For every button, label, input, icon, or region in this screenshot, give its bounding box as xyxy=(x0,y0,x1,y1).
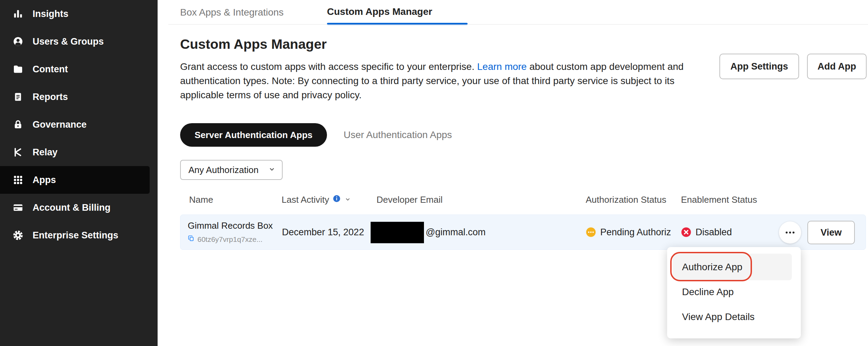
learn-more-link[interactable]: Learn more xyxy=(477,61,526,72)
report-document-icon xyxy=(12,91,24,102)
sidebar-item-relay[interactable]: Relay xyxy=(0,138,158,166)
view-button[interactable]: View xyxy=(807,221,855,244)
tab-custom-apps-manager[interactable]: Custom Apps Manager xyxy=(327,6,432,17)
table-row[interactable]: Gimmal Records Box 60tz6y7vrp1q7xze... D… xyxy=(180,215,866,250)
sidebar-item-account-billing[interactable]: Account & Billing xyxy=(0,194,158,221)
sort-chevron-down-icon[interactable] xyxy=(344,194,351,205)
info-icon[interactable] xyxy=(333,194,341,205)
sidebar-item-label: Account & Billing xyxy=(33,202,110,213)
sidebar-item-reports[interactable]: Reports xyxy=(0,83,158,111)
sidebar-item-content[interactable]: Content xyxy=(0,55,158,83)
enablement-status-text: Disabled xyxy=(696,227,732,238)
sidebar-item-governance[interactable]: Governance xyxy=(0,111,158,138)
filter-selected-value: Any Authorization xyxy=(188,165,258,175)
app-name: Gimmal Records Box xyxy=(188,220,273,231)
enablement-status-cell: Disabled xyxy=(681,215,732,249)
page-description: Grant access to custom apps with access … xyxy=(180,60,688,102)
sidebar-item-label: Governance xyxy=(33,119,87,130)
active-tab-indicator xyxy=(327,23,468,25)
page-title: Custom Apps Manager xyxy=(180,37,327,52)
menu-item-view-app-details[interactable]: View App Details xyxy=(682,311,755,322)
sidebar-item-label: Content xyxy=(33,64,68,75)
sidebar-item-label: Apps xyxy=(33,175,56,185)
workflow-branch-icon xyxy=(12,147,24,158)
more-options-button[interactable] xyxy=(779,221,801,244)
ellipsis-icon xyxy=(784,227,796,238)
row-actions-menu: Authorize App Decline App View App Detai… xyxy=(667,247,801,338)
sidebar-item-enterprise-settings[interactable]: Enterprise Settings xyxy=(0,221,158,249)
lock-icon xyxy=(12,119,24,130)
last-activity-cell: December 15, 2022 xyxy=(282,215,364,249)
folder-icon xyxy=(12,64,24,75)
email-suffix: @gimmal.com xyxy=(426,215,486,249)
server-auth-apps-toggle[interactable]: Server Authentication Apps xyxy=(180,123,327,147)
chevron-down-icon xyxy=(268,165,276,175)
gear-icon xyxy=(12,230,24,241)
sidebar-item-apps[interactable]: Apps xyxy=(0,166,150,194)
sidebar-item-label: Relay xyxy=(33,147,57,158)
column-header-enablement-status: Enablement Status xyxy=(681,194,757,205)
description-text: Grant access to custom apps with access … xyxy=(180,61,477,72)
sidebar-item-label: Reports xyxy=(33,92,68,102)
app-id-text: 60tz6y7vrp1q7xze... xyxy=(197,235,263,244)
menu-item-authorize-app[interactable]: Authorize App xyxy=(673,254,792,280)
column-header-authorization-status: Authorization Status xyxy=(586,194,666,205)
column-header-name: Name xyxy=(189,194,213,205)
pending-status-icon xyxy=(586,227,596,237)
bar-chart-icon xyxy=(12,8,24,19)
column-header-developer-email: Developer Email xyxy=(377,194,443,205)
sidebar-item-label: Users & Groups xyxy=(33,36,104,47)
copy-icon[interactable] xyxy=(188,235,195,244)
add-app-button[interactable]: Add App xyxy=(807,54,867,79)
tab-box-apps-integrations[interactable]: Box Apps & Integrations xyxy=(180,7,284,18)
user-auth-apps-toggle[interactable]: User Authentication Apps xyxy=(344,123,452,147)
authorization-filter-dropdown[interactable]: Any Authorization xyxy=(180,160,283,180)
redacted-email-block xyxy=(371,222,424,243)
tabs-divider xyxy=(168,24,868,25)
sidebar-item-label: Insights xyxy=(33,9,69,19)
app-settings-button[interactable]: App Settings xyxy=(719,54,799,79)
credit-card-icon xyxy=(12,202,24,213)
sidebar-item-insights[interactable]: Insights xyxy=(0,0,158,28)
app-id-line: 60tz6y7vrp1q7xze... xyxy=(188,235,263,244)
authorization-status-text: Pending Authoriz xyxy=(600,227,671,238)
menu-item-decline-app[interactable]: Decline App xyxy=(682,286,734,298)
column-header-label: Last Activity xyxy=(282,194,329,205)
sidebar: Insights Users & Groups Content Reports xyxy=(0,0,158,346)
person-icon xyxy=(12,36,24,47)
disabled-status-icon xyxy=(681,227,691,237)
sidebar-item-users-groups[interactable]: Users & Groups xyxy=(0,28,158,55)
column-header-last-activity[interactable]: Last Activity xyxy=(282,194,351,205)
admin-console-page: Insights Users & Groups Content Reports xyxy=(0,0,868,346)
sidebar-item-label: Enterprise Settings xyxy=(33,230,118,241)
apps-grid-icon xyxy=(12,174,24,185)
authorization-status-cell: Pending Authoriz xyxy=(586,215,674,249)
